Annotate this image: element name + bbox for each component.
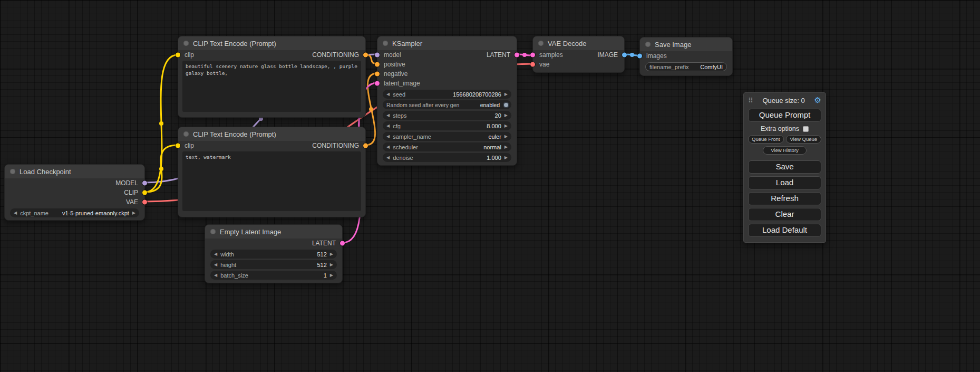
node-status-dot[interactable] — [183, 131, 189, 137]
slot-label-clip-input: clip — [185, 51, 194, 59]
clip-input-socket[interactable] — [176, 53, 180, 58]
negative-input-socket[interactable] — [375, 72, 380, 77]
node-load-checkpoint[interactable]: Load Checkpoint MODEL CLIP VAE ◀ ckpt_na… — [4, 164, 145, 221]
node-ksampler[interactable]: KSampler model LATENT positive negative … — [377, 36, 517, 166]
refresh-button[interactable]: Refresh — [748, 192, 821, 205]
load-default-button[interactable]: Load Default — [748, 224, 821, 237]
toggle-knob[interactable] — [503, 102, 509, 108]
node-status-dot[interactable] — [538, 41, 544, 46]
arrow-left-icon[interactable]: ◀ — [386, 145, 390, 149]
cfg-widget[interactable]: ◀ cfg 8.000 ▶ — [383, 121, 511, 130]
arrow-left-icon[interactable]: ◀ — [386, 113, 390, 118]
view-queue-button[interactable]: View Queue — [786, 135, 822, 144]
clear-button[interactable]: Clear — [748, 208, 821, 221]
positive-input-socket[interactable] — [375, 62, 380, 67]
slot-label-conditioning: CONDITIONING — [312, 51, 359, 59]
arrow-right-icon[interactable]: ▶ — [504, 145, 508, 149]
settings-gear-icon[interactable]: ⚙ — [814, 96, 821, 105]
input-slot-latent-image: latent_image — [377, 79, 517, 88]
arrow-right-icon[interactable]: ▶ — [330, 252, 333, 256]
arrow-right-icon[interactable]: ▶ — [504, 113, 508, 118]
node-status-dot[interactable] — [383, 41, 388, 46]
widget-value: ComfyUI — [700, 64, 723, 70]
conditioning-output-socket[interactable] — [363, 53, 368, 58]
slot-label-clip: CLIP — [124, 189, 138, 196]
latent-output-socket[interactable] — [515, 53, 519, 58]
node-clip-text-encode-negative[interactable]: CLIP Text Encode (Prompt) clip CONDITION… — [178, 127, 366, 217]
widget-label: width — [220, 251, 234, 257]
arrow-left-icon[interactable]: ◀ — [214, 273, 217, 278]
clip-output-socket[interactable] — [142, 190, 147, 195]
arrow-left-icon[interactable]: ◀ — [214, 263, 217, 267]
widget-label: seed — [393, 91, 405, 98]
queue-front-button[interactable]: Queue Front — [748, 135, 784, 144]
node-status-dot[interactable] — [210, 229, 216, 234]
samples-input-socket[interactable] — [530, 53, 535, 58]
arrow-right-icon[interactable]: ▶ — [330, 273, 333, 278]
queue-prompt-button[interactable]: Queue Prompt — [748, 109, 821, 122]
arrow-right-icon[interactable]: ▶ — [132, 211, 135, 215]
node-title-bar[interactable]: CLIP Text Encode (Prompt) — [178, 36, 365, 50]
arrow-left-icon[interactable]: ◀ — [386, 135, 390, 139]
widget-value: 1.000 — [487, 155, 501, 161]
arrow-left-icon[interactable]: ◀ — [386, 156, 390, 160]
denoise-widget[interactable]: ◀ denoise 1.000 ▶ — [383, 153, 511, 162]
arrow-left-icon[interactable]: ◀ — [386, 92, 390, 97]
width-widget[interactable]: ◀ width 512 ▶ — [210, 250, 337, 259]
node-title-bar[interactable]: Load Checkpoint — [5, 165, 144, 178]
conditioning-output-socket[interactable] — [363, 144, 368, 148]
node-save-image[interactable]: Save Image images filename_prefix ComfyU… — [639, 37, 733, 76]
node-clip-text-encode-positive[interactable]: CLIP Text Encode (Prompt) clip CONDITION… — [178, 36, 366, 118]
link-midpoint-dot — [159, 121, 163, 126]
view-history-button[interactable]: View History — [763, 146, 807, 155]
images-input-socket[interactable] — [637, 54, 642, 59]
arrow-left-icon[interactable]: ◀ — [386, 124, 390, 128]
arrow-left-icon[interactable]: ◀ — [214, 252, 217, 256]
widget-label: cfg — [393, 123, 401, 129]
arrow-right-icon[interactable]: ▶ — [504, 156, 508, 160]
widget-label: steps — [393, 112, 406, 119]
arrow-right-icon[interactable]: ▶ — [504, 124, 508, 128]
node-title-bar[interactable]: VAE Decode — [533, 36, 624, 50]
load-button[interactable]: Load — [748, 176, 821, 189]
model-output-socket[interactable] — [142, 181, 147, 186]
scheduler-widget[interactable]: ◀ scheduler normal ▶ — [383, 142, 511, 151]
sampler-name-widget[interactable]: ◀ sampler_name euler ▶ — [383, 132, 511, 141]
arrow-right-icon[interactable]: ▶ — [504, 135, 508, 139]
node-title-bar[interactable]: Empty Latent Image — [205, 225, 342, 239]
model-input-socket[interactable] — [375, 53, 380, 58]
arrow-right-icon[interactable]: ▶ — [330, 263, 333, 267]
positive-prompt-textarea[interactable]: beautiful scenery nature glass bottle la… — [182, 61, 361, 112]
filename-prefix-widget[interactable]: filename_prefix ComfyUI — [645, 62, 727, 71]
node-empty-latent-image[interactable]: Empty Latent Image LATENT ◀ width 512 ▶ … — [205, 224, 343, 283]
node-title-bar[interactable]: Save Image — [640, 37, 732, 51]
extra-options-checkbox[interactable] — [803, 126, 809, 132]
negative-prompt-textarea[interactable]: text, watermark — [182, 151, 361, 211]
batch-size-widget[interactable]: ◀ batch_size 1 ▶ — [210, 271, 337, 280]
node-title-bar[interactable]: CLIP Text Encode (Prompt) — [178, 127, 365, 141]
image-output-socket[interactable] — [622, 53, 627, 58]
node-title: VAE Decode — [548, 40, 586, 47]
graph-canvas[interactable]: Load Checkpoint MODEL CLIP VAE ◀ ckpt_na… — [0, 0, 980, 372]
steps-widget[interactable]: ◀ steps 20 ▶ — [383, 111, 511, 120]
node-status-dot[interactable] — [183, 41, 189, 46]
link-midpoint-dot — [630, 53, 634, 57]
vae-input-socket[interactable] — [530, 62, 535, 67]
height-widget[interactable]: ◀ height 512 ▶ — [210, 260, 337, 269]
clip-input-socket[interactable] — [176, 144, 180, 148]
latent-image-input-socket[interactable] — [375, 81, 380, 86]
latent-output-socket[interactable] — [340, 241, 345, 246]
widget-value: 20 — [495, 112, 501, 119]
random-seed-toggle-widget[interactable]: Random seed after every gen enabled — [383, 100, 511, 109]
arrow-left-icon[interactable]: ◀ — [14, 211, 17, 215]
drag-handle-icon[interactable]: ⠿ — [748, 97, 753, 104]
node-status-dot[interactable] — [645, 42, 651, 47]
seed-widget[interactable]: ◀ seed 156680208700286 ▶ — [383, 90, 511, 99]
ckpt-name-widget[interactable]: ◀ ckpt_name v1-5-pruned-emaonly.ckpt ▶ — [10, 208, 139, 217]
arrow-right-icon[interactable]: ▶ — [504, 92, 508, 97]
node-title-bar[interactable]: KSampler — [377, 36, 517, 50]
node-vae-decode[interactable]: VAE Decode samples IMAGE vae — [532, 36, 625, 73]
node-status-dot[interactable] — [10, 169, 15, 174]
vae-output-socket[interactable] — [142, 200, 147, 205]
save-button[interactable]: Save — [748, 160, 821, 174]
